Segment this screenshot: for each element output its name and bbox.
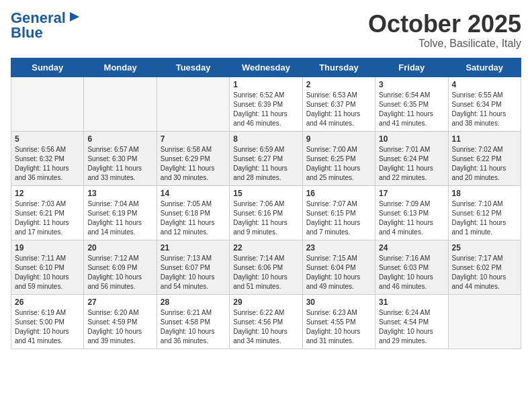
day-number: 3 bbox=[379, 80, 444, 89]
calendar-day-header: Thursday bbox=[302, 58, 375, 77]
day-number: 9 bbox=[306, 134, 371, 144]
day-number: 17 bbox=[379, 189, 444, 198]
calendar-table: SundayMondayTuesdayWednesdayThursdayFrid… bbox=[11, 58, 521, 349]
day-number: 11 bbox=[452, 134, 517, 144]
day-info: Sunrise: 7:02 AM Sunset: 6:22 PM Dayligh… bbox=[452, 145, 517, 183]
day-info: Sunrise: 7:11 AM Sunset: 6:10 PM Dayligh… bbox=[15, 254, 80, 291]
day-number: 20 bbox=[87, 243, 152, 253]
logo-arrow-icon bbox=[69, 11, 81, 26]
day-info: Sunrise: 7:10 AM Sunset: 6:12 PM Dayligh… bbox=[452, 199, 517, 237]
day-info: Sunrise: 6:21 AM Sunset: 4:58 PM Dayligh… bbox=[161, 308, 226, 346]
day-number: 2 bbox=[306, 80, 371, 89]
svg-marker-0 bbox=[70, 12, 79, 21]
calendar-week-row: 1Sunrise: 6:52 AM Sunset: 6:39 PM Daylig… bbox=[11, 77, 521, 131]
day-info: Sunrise: 7:16 AM Sunset: 6:03 PM Dayligh… bbox=[379, 254, 444, 291]
day-number: 28 bbox=[161, 298, 226, 307]
page-header: General Blue October 2025 Tolve, Basilic… bbox=[11, 11, 521, 50]
calendar-day-cell: 16Sunrise: 7:07 AM Sunset: 6:15 PM Dayli… bbox=[302, 185, 375, 240]
day-info: Sunrise: 6:59 AM Sunset: 6:27 PM Dayligh… bbox=[233, 145, 298, 183]
calendar-day-header: Friday bbox=[375, 58, 448, 77]
day-info: Sunrise: 6:55 AM Sunset: 6:34 PM Dayligh… bbox=[452, 91, 517, 128]
calendar-day-cell: 5Sunrise: 6:56 AM Sunset: 6:32 PM Daylig… bbox=[11, 131, 84, 185]
calendar-day-cell: 31Sunrise: 6:24 AM Sunset: 4:54 PM Dayli… bbox=[375, 294, 448, 349]
calendar-day-cell bbox=[11, 77, 84, 131]
day-info: Sunrise: 7:12 AM Sunset: 6:09 PM Dayligh… bbox=[87, 254, 152, 291]
calendar-week-row: 12Sunrise: 7:03 AM Sunset: 6:21 PM Dayli… bbox=[11, 185, 521, 240]
day-info: Sunrise: 6:54 AM Sunset: 6:35 PM Dayligh… bbox=[379, 91, 444, 128]
calendar-week-row: 5Sunrise: 6:56 AM Sunset: 6:32 PM Daylig… bbox=[11, 131, 521, 185]
logo-text-general: General bbox=[11, 11, 66, 26]
calendar-day-cell: 7Sunrise: 6:58 AM Sunset: 6:29 PM Daylig… bbox=[157, 131, 229, 185]
day-info: Sunrise: 6:24 AM Sunset: 4:54 PM Dayligh… bbox=[379, 308, 444, 346]
calendar-day-cell: 26Sunrise: 6:19 AM Sunset: 5:00 PM Dayli… bbox=[11, 294, 84, 349]
calendar-day-cell: 12Sunrise: 7:03 AM Sunset: 6:21 PM Dayli… bbox=[11, 185, 84, 240]
day-number: 22 bbox=[233, 243, 298, 253]
month-title: October 2025 bbox=[368, 11, 521, 38]
calendar-week-row: 26Sunrise: 6:19 AM Sunset: 5:00 PM Dayli… bbox=[11, 294, 521, 349]
day-info: Sunrise: 7:05 AM Sunset: 6:18 PM Dayligh… bbox=[161, 199, 226, 237]
day-number: 10 bbox=[379, 134, 444, 144]
title-block: October 2025 Tolve, Basilicate, Italy bbox=[368, 11, 521, 50]
calendar-day-cell: 17Sunrise: 7:09 AM Sunset: 6:13 PM Dayli… bbox=[375, 185, 448, 240]
day-number: 30 bbox=[306, 298, 371, 307]
day-info: Sunrise: 7:01 AM Sunset: 6:24 PM Dayligh… bbox=[379, 145, 444, 183]
day-number: 18 bbox=[452, 189, 517, 198]
day-info: Sunrise: 7:03 AM Sunset: 6:21 PM Dayligh… bbox=[15, 199, 80, 237]
calendar-day-header: Sunday bbox=[11, 58, 84, 77]
calendar-day-cell: 30Sunrise: 6:23 AM Sunset: 4:55 PM Dayli… bbox=[302, 294, 375, 349]
calendar-day-cell: 10Sunrise: 7:01 AM Sunset: 6:24 PM Dayli… bbox=[375, 131, 448, 185]
calendar-day-cell: 13Sunrise: 7:04 AM Sunset: 6:19 PM Dayli… bbox=[84, 185, 157, 240]
calendar-day-cell bbox=[157, 77, 229, 131]
day-info: Sunrise: 7:09 AM Sunset: 6:13 PM Dayligh… bbox=[379, 199, 444, 237]
calendar-day-cell: 19Sunrise: 7:11 AM Sunset: 6:10 PM Dayli… bbox=[11, 240, 84, 294]
day-number: 24 bbox=[379, 243, 444, 253]
calendar-day-header: Wednesday bbox=[230, 58, 302, 77]
calendar-day-cell bbox=[84, 77, 157, 131]
day-info: Sunrise: 7:04 AM Sunset: 6:19 PM Dayligh… bbox=[87, 199, 152, 237]
day-number: 29 bbox=[233, 298, 298, 307]
day-info: Sunrise: 6:20 AM Sunset: 4:59 PM Dayligh… bbox=[87, 308, 152, 346]
day-number: 27 bbox=[87, 298, 152, 307]
calendar-day-cell: 27Sunrise: 6:20 AM Sunset: 4:59 PM Dayli… bbox=[84, 294, 157, 349]
calendar-day-header: Monday bbox=[84, 58, 157, 77]
calendar-day-cell: 15Sunrise: 7:06 AM Sunset: 6:16 PM Dayli… bbox=[230, 185, 302, 240]
day-number: 23 bbox=[306, 243, 371, 253]
calendar-day-cell: 6Sunrise: 6:57 AM Sunset: 6:30 PM Daylig… bbox=[84, 131, 157, 185]
day-number: 31 bbox=[379, 298, 444, 307]
day-number: 4 bbox=[452, 80, 517, 89]
day-info: Sunrise: 6:22 AM Sunset: 4:56 PM Dayligh… bbox=[233, 308, 298, 346]
day-number: 19 bbox=[15, 243, 80, 253]
day-number: 14 bbox=[161, 189, 226, 198]
day-info: Sunrise: 7:14 AM Sunset: 6:06 PM Dayligh… bbox=[233, 254, 298, 291]
day-number: 15 bbox=[233, 189, 298, 198]
calendar-day-header: Tuesday bbox=[157, 58, 229, 77]
day-number: 13 bbox=[87, 189, 152, 198]
calendar-day-cell: 22Sunrise: 7:14 AM Sunset: 6:06 PM Dayli… bbox=[230, 240, 302, 294]
day-info: Sunrise: 7:00 AM Sunset: 6:25 PM Dayligh… bbox=[306, 145, 371, 183]
location-subtitle: Tolve, Basilicate, Italy bbox=[368, 38, 521, 50]
calendar-day-cell: 3Sunrise: 6:54 AM Sunset: 6:35 PM Daylig… bbox=[375, 77, 448, 131]
calendar-header-row: SundayMondayTuesdayWednesdayThursdayFrid… bbox=[11, 58, 521, 77]
day-number: 25 bbox=[452, 243, 517, 253]
day-number: 26 bbox=[15, 298, 80, 307]
day-info: Sunrise: 6:58 AM Sunset: 6:29 PM Dayligh… bbox=[161, 145, 226, 183]
calendar-day-cell: 21Sunrise: 7:13 AM Sunset: 6:07 PM Dayli… bbox=[157, 240, 229, 294]
day-info: Sunrise: 6:56 AM Sunset: 6:32 PM Dayligh… bbox=[15, 145, 80, 183]
calendar-day-cell: 28Sunrise: 6:21 AM Sunset: 4:58 PM Dayli… bbox=[157, 294, 229, 349]
logo-text-blue: Blue bbox=[11, 26, 43, 40]
calendar-day-cell bbox=[448, 294, 521, 349]
day-number: 16 bbox=[306, 189, 371, 198]
logo: General Blue bbox=[11, 11, 81, 40]
day-number: 21 bbox=[161, 243, 226, 253]
day-number: 6 bbox=[87, 134, 152, 144]
day-info: Sunrise: 7:17 AM Sunset: 6:02 PM Dayligh… bbox=[452, 254, 517, 291]
day-info: Sunrise: 7:06 AM Sunset: 6:16 PM Dayligh… bbox=[233, 199, 298, 237]
day-number: 1 bbox=[233, 80, 298, 89]
day-info: Sunrise: 6:52 AM Sunset: 6:39 PM Dayligh… bbox=[233, 91, 298, 128]
calendar-day-header: Saturday bbox=[448, 58, 521, 77]
calendar-day-cell: 23Sunrise: 7:15 AM Sunset: 6:04 PM Dayli… bbox=[302, 240, 375, 294]
day-info: Sunrise: 7:07 AM Sunset: 6:15 PM Dayligh… bbox=[306, 199, 371, 237]
calendar-day-cell: 11Sunrise: 7:02 AM Sunset: 6:22 PM Dayli… bbox=[448, 131, 521, 185]
calendar-day-cell: 4Sunrise: 6:55 AM Sunset: 6:34 PM Daylig… bbox=[448, 77, 521, 131]
calendar-day-cell: 24Sunrise: 7:16 AM Sunset: 6:03 PM Dayli… bbox=[375, 240, 448, 294]
